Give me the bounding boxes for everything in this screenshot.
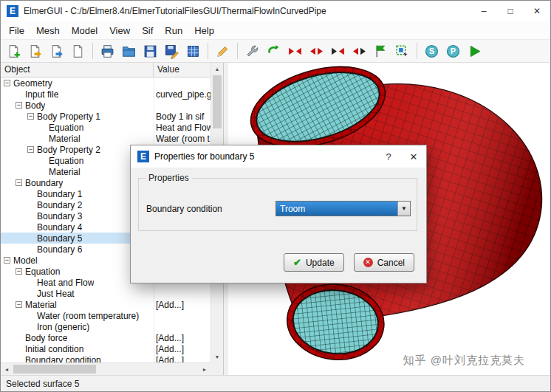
tree-horizontal-scrollbar[interactable]: ◄ ► xyxy=(1,362,211,375)
tree-label: Body force xyxy=(25,333,67,343)
toolbar-new-file-button[interactable] xyxy=(68,41,88,61)
tree-row-body[interactable]: −Body xyxy=(1,100,211,111)
scroll-left-icon[interactable]: ◄ xyxy=(1,363,13,375)
tree-label: Boundary 6 xyxy=(37,244,82,255)
toolbar-divide-edge-button[interactable] xyxy=(328,41,348,61)
tree-expander-icon[interactable]: − xyxy=(16,179,22,186)
dialog-title-bar[interactable]: E Properties for boundary 5 ? ✕ xyxy=(131,145,426,168)
chevron-down-icon[interactable]: ▼ xyxy=(397,202,410,216)
tree-value: Water (room t xyxy=(156,134,211,144)
elmergui-window: E ElmerGUI - C:/b/Elmer8.4n/ElmerTutoria… xyxy=(0,0,551,392)
svg-text:P: P xyxy=(451,47,456,55)
menu-item-mesh[interactable]: Mesh xyxy=(30,23,66,38)
circle-p-icon: P xyxy=(445,44,461,59)
menu-item-model[interactable]: Model xyxy=(66,23,103,38)
tree-expander-icon[interactable]: − xyxy=(16,301,22,308)
scroll-right-icon[interactable]: ► xyxy=(199,363,211,375)
toolbar-surface-mesh-toggle-button[interactable] xyxy=(371,41,391,61)
tree-label: Body Property 2 xyxy=(37,145,100,155)
tree-row-body-property-1[interactable]: −Body Property 1Body 1 in sif xyxy=(1,111,211,122)
tree-expander-icon[interactable]: − xyxy=(4,257,10,264)
tree-label: Boundary xyxy=(25,178,63,188)
tree-label: Boundary condition xyxy=(25,355,101,363)
tree-label: Material xyxy=(25,300,57,310)
arrows-red-black-icon xyxy=(352,44,367,59)
toolbar-model-summary-button[interactable] xyxy=(183,41,203,61)
toolbar: SP xyxy=(1,40,550,63)
dialog-help-button[interactable]: ? xyxy=(376,145,401,168)
update-button-label: Update xyxy=(306,258,335,268)
column-header-object[interactable]: Object xyxy=(1,63,154,77)
tree-label: Initial condition xyxy=(25,344,83,354)
tree-value: Heat and Flow xyxy=(156,123,211,133)
cancel-button[interactable]: ✕ Cancel xyxy=(354,253,414,272)
toolbar-print-button[interactable] xyxy=(97,41,117,61)
toolbar-remesh-button[interactable] xyxy=(264,41,284,61)
tree-row-iron-generic[interactable]: Iron (generic) xyxy=(1,321,211,332)
tree-expander-icon[interactable]: − xyxy=(27,113,34,120)
tree-row-just-heat[interactable]: Just Heat xyxy=(1,288,211,299)
menu-item-file[interactable]: File xyxy=(3,23,30,38)
minimize-button[interactable]: – xyxy=(470,1,497,21)
dialog-close-button[interactable]: ✕ xyxy=(401,145,426,168)
tree-row-geometry[interactable]: −Geometry xyxy=(1,78,211,89)
scroll-down-icon[interactable]: ▼ xyxy=(211,351,223,362)
toolbar-new-project-button[interactable] xyxy=(4,41,24,61)
toolbar-edit-sif-button[interactable] xyxy=(213,41,233,61)
boundary-condition-label: Boundary condition xyxy=(146,204,222,214)
toolbar-unify-edge-button[interactable] xyxy=(349,41,369,61)
toolbar-separator xyxy=(417,43,417,59)
toolbar-open-folder-button[interactable] xyxy=(119,41,139,61)
tree-expander-icon[interactable]: − xyxy=(4,80,10,86)
maximize-button[interactable]: □ xyxy=(497,1,524,21)
tree-value: Body 1 in sif xyxy=(156,111,211,122)
toolbar-postprocessor-button[interactable]: P xyxy=(443,41,463,61)
play-green-icon xyxy=(467,44,482,59)
scroll-up-icon[interactable]: ▲ xyxy=(211,63,223,75)
tree-header: Object Value xyxy=(1,63,223,78)
tree-row-input-file[interactable]: Input filecurved_pipe.g xyxy=(1,89,211,100)
horizontal-scroll-thumb[interactable] xyxy=(13,365,96,374)
close-button[interactable]: ✕ xyxy=(524,1,550,21)
menu-item-help[interactable]: Help xyxy=(188,23,220,38)
tree-row-water-room-temperature[interactable]: Water (room temperature) xyxy=(1,310,211,321)
boundary-condition-select[interactable]: Troom ▼ xyxy=(276,201,411,216)
toolbar-unify-surface-button[interactable] xyxy=(307,41,326,61)
toolbar-mesh-tools-button[interactable] xyxy=(242,41,262,61)
toolbar-separator xyxy=(237,43,238,59)
tree-value: curved_pipe.g xyxy=(156,89,211,100)
toolbar-save-as-button[interactable] xyxy=(162,41,182,61)
tree-label: Water (room temperature) xyxy=(37,311,139,321)
toolbar-selection-box-button[interactable] xyxy=(392,41,412,61)
toolbar-save-project-button[interactable] xyxy=(140,41,160,61)
folder-icon xyxy=(121,44,137,59)
tree-row-boundary-condition[interactable]: Boundary condition[Add...] xyxy=(1,354,211,362)
tree-row-equation[interactable]: EquationHeat and Flow xyxy=(1,122,211,133)
tree-row-body-force[interactable]: Body force[Add...] xyxy=(1,332,211,343)
tree-expander-icon[interactable]: − xyxy=(16,268,22,275)
tree-expander-icon[interactable]: − xyxy=(27,146,34,153)
groupbox-label: Properties xyxy=(146,173,192,183)
update-button[interactable]: ✔ Update xyxy=(284,253,344,272)
scroll-track[interactable] xyxy=(97,363,199,375)
toolbar-divide-surface-button[interactable] xyxy=(285,41,305,61)
menu-item-run[interactable]: Run xyxy=(159,23,188,38)
toolbar-load-mesh-button[interactable] xyxy=(47,41,66,61)
tree-value: [Add...] xyxy=(156,300,211,310)
tree-row-material[interactable]: −Material[Add...] xyxy=(1,299,211,310)
pencil-icon xyxy=(215,44,230,59)
menu-item-view[interactable]: View xyxy=(103,23,136,38)
tree-row-initial-condition[interactable]: Initial condition[Add...] xyxy=(1,343,211,354)
tree-expander-icon[interactable]: − xyxy=(16,102,22,109)
menu-item-sif[interactable]: Sif xyxy=(136,23,159,38)
toolbar-generate-sif-button[interactable]: S xyxy=(422,41,442,61)
printer-icon xyxy=(100,44,115,59)
check-icon: ✔ xyxy=(293,257,301,268)
toolbar-run-solver-button[interactable] xyxy=(465,41,485,61)
wrench-icon xyxy=(244,44,260,59)
scrollbar-corner xyxy=(211,362,223,375)
flag-green-icon xyxy=(373,44,389,59)
toolbar-open-project-button[interactable] xyxy=(25,41,45,61)
tree-row-material[interactable]: MaterialWater (room t xyxy=(1,133,211,144)
vertical-scroll-thumb[interactable] xyxy=(213,75,222,128)
